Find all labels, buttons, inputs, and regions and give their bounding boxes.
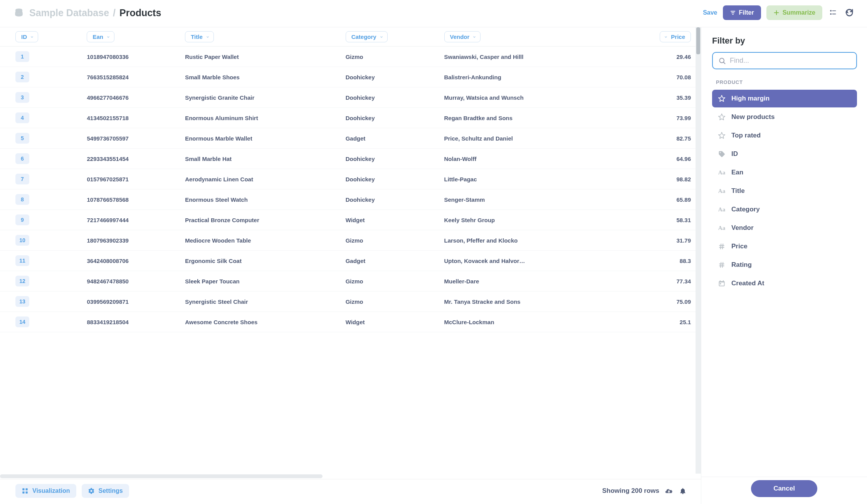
cell-category[interactable]: Gizmo	[341, 47, 440, 67]
cell-id[interactable]: 4	[0, 108, 82, 128]
cell-ean[interactable]: 0399569209871	[82, 291, 180, 312]
editor-toggle-icon[interactable]	[828, 7, 838, 18]
cell-ean[interactable]: 0157967025871	[82, 169, 180, 189]
table-row[interactable]: 130399569209871Synergistic Steel ChairGi…	[0, 291, 701, 312]
cell-price[interactable]: 75.09	[613, 291, 701, 312]
table-row[interactable]: 101807963902339Mediocre Wooden TableGizm…	[0, 230, 701, 251]
summarize-button[interactable]: Summarize	[766, 5, 822, 20]
bell-icon[interactable]	[679, 487, 687, 495]
cell-vendor[interactable]: McClure-Lockman	[440, 312, 613, 332]
cell-id[interactable]: 11	[0, 251, 82, 271]
cell-price[interactable]: 70.08	[613, 67, 701, 87]
cell-title[interactable]: Enormous Aluminum Shirt	[180, 108, 341, 128]
horizontal-scrollbar[interactable]	[0, 474, 701, 479]
cell-ean[interactable]: 4134502155718	[82, 108, 180, 128]
cell-id[interactable]: 12	[0, 271, 82, 291]
cell-title[interactable]: Aerodynamic Linen Coat	[180, 169, 341, 189]
cell-id[interactable]: 6	[0, 149, 82, 169]
cell-id[interactable]: 3	[0, 87, 82, 108]
cell-ean[interactable]: 1018947080336	[82, 47, 180, 67]
table-row[interactable]: 113642408008706Ergonomic Silk CoatGadget…	[0, 251, 701, 271]
settings-button[interactable]: Settings	[82, 484, 129, 498]
col-category[interactable]: Category	[341, 27, 440, 47]
cell-category[interactable]: Doohickey	[341, 189, 440, 210]
cell-vendor[interactable]: Little-Pagac	[440, 169, 613, 189]
cell-title[interactable]: Mediocre Wooden Table	[180, 230, 341, 251]
filter-item[interactable]: Top rated	[712, 127, 857, 144]
cell-vendor[interactable]: Balistreri-Ankunding	[440, 67, 613, 87]
cell-title[interactable]: Sleek Paper Toucan	[180, 271, 341, 291]
cell-vendor[interactable]: Senger-Stamm	[440, 189, 613, 210]
filter-item[interactable]: New products	[712, 108, 857, 126]
col-price[interactable]: Price	[613, 27, 701, 47]
cell-title[interactable]: Enormous Steel Watch	[180, 189, 341, 210]
cell-price[interactable]: 35.39	[613, 87, 701, 108]
id-badge[interactable]: 7	[15, 174, 29, 184]
cell-title[interactable]: Synergistic Granite Chair	[180, 87, 341, 108]
filter-item[interactable]: Created At	[712, 275, 857, 292]
cell-price[interactable]: 65.89	[613, 189, 701, 210]
cell-price[interactable]: 64.96	[613, 149, 701, 169]
cell-id[interactable]: 8	[0, 189, 82, 210]
cell-ean[interactable]: 5499736705597	[82, 128, 180, 149]
cell-category[interactable]: Widget	[341, 312, 440, 332]
cell-id[interactable]: 13	[0, 291, 82, 312]
cell-ean[interactable]: 1078766578568	[82, 189, 180, 210]
id-badge[interactable]: 10	[15, 235, 29, 246]
cell-title[interactable]: Small Marble Shoes	[180, 67, 341, 87]
cell-id[interactable]: 5	[0, 128, 82, 149]
cell-price[interactable]: 73.99	[613, 108, 701, 128]
cell-title[interactable]: Rustic Paper Wallet	[180, 47, 341, 67]
cell-price[interactable]: 31.79	[613, 230, 701, 251]
cell-category[interactable]: Doohickey	[341, 87, 440, 108]
cell-vendor[interactable]: Mueller-Dare	[440, 271, 613, 291]
table-row[interactable]: 62293343551454Small Marble HatDoohickeyN…	[0, 149, 701, 169]
download-icon[interactable]	[665, 487, 673, 495]
id-badge[interactable]: 3	[15, 92, 29, 103]
table-row[interactable]: 44134502155718Enormous Aluminum ShirtDoo…	[0, 108, 701, 128]
cell-vendor[interactable]: Murray, Watsica and Wunsch	[440, 87, 613, 108]
cell-id[interactable]: 10	[0, 230, 82, 251]
cell-price[interactable]: 29.46	[613, 47, 701, 67]
cell-title[interactable]: Small Marble Hat	[180, 149, 341, 169]
cell-ean[interactable]: 4966277046676	[82, 87, 180, 108]
cell-ean[interactable]: 3642408008706	[82, 251, 180, 271]
cell-price[interactable]: 88.3	[613, 251, 701, 271]
filter-button[interactable]: Filter	[723, 5, 761, 20]
cell-vendor[interactable]: Swaniawski, Casper and Hilll	[440, 47, 613, 67]
cell-category[interactable]: Widget	[341, 210, 440, 230]
cell-ean[interactable]: 2293343551454	[82, 149, 180, 169]
cell-id[interactable]: 7	[0, 169, 82, 189]
cell-vendor[interactable]: Nolan-Wolff	[440, 149, 613, 169]
cell-category[interactable]: Doohickey	[341, 169, 440, 189]
table-row[interactable]: 81078766578568Enormous Steel WatchDoohic…	[0, 189, 701, 210]
cell-vendor[interactable]: Larson, Pfeffer and Klocko	[440, 230, 613, 251]
horizontal-scrollbar-thumb[interactable]	[0, 474, 323, 478]
id-badge[interactable]: 14	[15, 316, 29, 327]
filter-item[interactable]: AaTitle	[712, 182, 857, 200]
table-row[interactable]: 70157967025871Aerodynamic Linen CoatDooh…	[0, 169, 701, 189]
cell-ean[interactable]: 8833419218504	[82, 312, 180, 332]
cell-id[interactable]: 2	[0, 67, 82, 87]
id-badge[interactable]: 12	[15, 276, 29, 286]
cell-title[interactable]: Awesome Concrete Shoes	[180, 312, 341, 332]
col-ean[interactable]: Ean	[82, 27, 180, 47]
cell-vendor[interactable]: Price, Schultz and Daniel	[440, 128, 613, 149]
save-button[interactable]: Save	[703, 9, 717, 16]
filter-item[interactable]: AaCategory	[712, 201, 857, 218]
cell-title[interactable]: Practical Bronze Computer	[180, 210, 341, 230]
cell-price[interactable]: 25.1	[613, 312, 701, 332]
cell-id[interactable]: 1	[0, 47, 82, 67]
cell-ean[interactable]: 1807963902339	[82, 230, 180, 251]
cell-ean[interactable]: 7663515285824	[82, 67, 180, 87]
cell-category[interactable]: Gizmo	[341, 271, 440, 291]
table-row[interactable]: 97217466997444Practical Bronze ComputerW…	[0, 210, 701, 230]
filter-search-wrap[interactable]	[712, 52, 857, 69]
cell-price[interactable]: 98.82	[613, 169, 701, 189]
table-row[interactable]: 129482467478850Sleek Paper ToucanGizmoMu…	[0, 271, 701, 291]
id-badge[interactable]: 5	[15, 133, 29, 144]
id-badge[interactable]: 6	[15, 153, 29, 164]
cell-category[interactable]: Doohickey	[341, 149, 440, 169]
filter-item[interactable]: High margin	[712, 90, 857, 107]
filter-item[interactable]: AaEan	[712, 164, 857, 181]
